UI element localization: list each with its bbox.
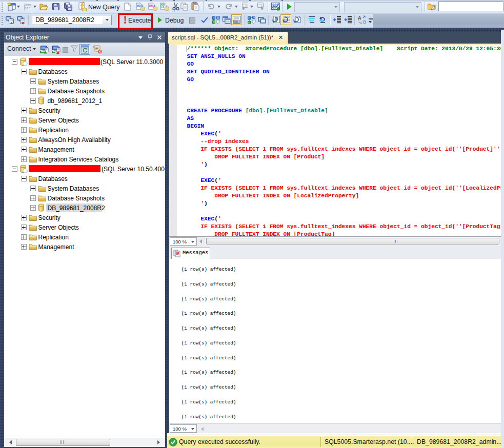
svg-text:LA: LA — [161, 6, 165, 9]
svg-text:B: B — [363, 19, 367, 25]
svg-text:A: A — [358, 15, 361, 21]
